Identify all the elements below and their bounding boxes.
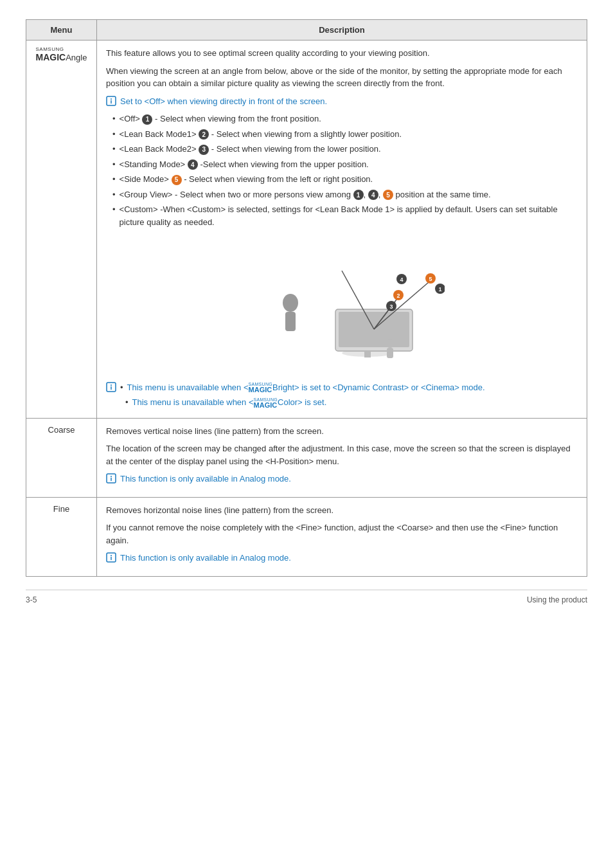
bullet-text: <Lean Back Mode2> 3 - Select when viewin… bbox=[120, 143, 381, 156]
monitor-diagram: 4 5 1 2 3 bbox=[106, 239, 578, 371]
svg-text:5: 5 bbox=[429, 276, 432, 282]
svg-rect-24 bbox=[387, 348, 393, 358]
angle-bullet-list: <Off> 1 - Select when viewing from the f… bbox=[106, 113, 578, 228]
bullet-text: <Side Mode> 5 - Select when viewing from… bbox=[120, 173, 373, 186]
unavail-text-1: This menu is unavailable when <SAMSUNGMA… bbox=[127, 381, 485, 394]
svg-text:4: 4 bbox=[400, 276, 403, 283]
circle-5: 5 bbox=[172, 175, 182, 185]
coarse-label: Coarse bbox=[48, 425, 75, 435]
samsung-magic-angle-label: SAMSUNG MAGIC bbox=[36, 47, 66, 62]
bullet-item: <Group View> - Select when two or more p… bbox=[106, 188, 578, 201]
table-row: Coarse Removes vertical noise lines (lin… bbox=[26, 418, 587, 497]
desc-cell-fine: Removes horizontal noise lines (line pat… bbox=[97, 497, 587, 576]
svg-rect-5 bbox=[339, 312, 409, 347]
fine-intro: Removes horizontal noise lines (line pat… bbox=[106, 504, 578, 517]
note-icon-1 bbox=[106, 96, 116, 106]
coarse-note-text: This function is only available in Analo… bbox=[120, 473, 291, 485]
note-icon-3 bbox=[106, 473, 116, 484]
svg-text:2: 2 bbox=[396, 293, 400, 299]
angle-detail: When viewing the screen at an angle from… bbox=[106, 65, 578, 90]
main-content-table: Menu Description SAMSUNG MAGIC Angle Thi… bbox=[26, 19, 587, 577]
circle-g4: 4 bbox=[368, 190, 378, 200]
menu-cell-angle: SAMSUNG MAGIC Angle bbox=[26, 41, 97, 419]
bullet-item: <Custom> -When <Custom> is selected, set… bbox=[106, 203, 578, 228]
bullet-item: <Lean Back Mode2> 3 - Select when viewin… bbox=[106, 143, 578, 156]
angle-note-text: Set to <Off> when viewing directly in fr… bbox=[120, 95, 327, 108]
coarse-detail: The location of the screen may be change… bbox=[106, 442, 578, 467]
angle-note-blue: Set to <Off> when viewing directly in fr… bbox=[106, 95, 578, 108]
column-header-desc: Description bbox=[97, 20, 587, 41]
table-row: SAMSUNG MAGIC Angle This feature allows … bbox=[26, 41, 587, 419]
coarse-note-blue: This function is only available in Analo… bbox=[106, 473, 578, 485]
fine-detail: If you cannot remove the noise completel… bbox=[106, 521, 578, 547]
samsung-inline-color: SAMSUNGMAGIC bbox=[254, 397, 278, 409]
bullet-text: <Group View> - Select when two or more p… bbox=[120, 188, 491, 201]
circle-3: 3 bbox=[199, 145, 209, 155]
bullet-item: <Off> 1 - Select when viewing from the f… bbox=[106, 113, 578, 125]
svg-point-23 bbox=[386, 339, 395, 348]
note-icon-4 bbox=[106, 552, 116, 563]
bullet-text: <Custom> -When <Custom> is selected, set… bbox=[120, 203, 578, 228]
angle-label: Angle bbox=[66, 53, 87, 62]
desc-cell-angle: This feature allows you to see optimal s… bbox=[97, 41, 587, 419]
bullet-item: <Standing Mode> 4 -Select when viewing f… bbox=[106, 158, 578, 171]
svg-text:3: 3 bbox=[389, 303, 393, 310]
fine-label: Fine bbox=[53, 504, 69, 514]
svg-rect-12 bbox=[285, 312, 296, 331]
svg-rect-6 bbox=[364, 351, 371, 357]
fine-note-blue: This function is only available in Analo… bbox=[106, 552, 578, 565]
svg-point-11 bbox=[283, 294, 298, 312]
bullet-text: <Off> 1 - Select when viewing from the f… bbox=[120, 113, 321, 125]
circle-g1: 1 bbox=[353, 190, 364, 200]
circle-1: 1 bbox=[142, 114, 152, 125]
circle-4: 4 bbox=[188, 159, 198, 170]
circle-2: 2 bbox=[199, 129, 209, 140]
menu-cell-coarse: Coarse bbox=[26, 418, 97, 497]
magic-brand-bottom: MAGIC bbox=[36, 53, 66, 62]
table-row: Fine Removes horizontal noise lines (lin… bbox=[26, 497, 587, 576]
menu-cell-fine: Fine bbox=[26, 497, 97, 576]
footer-page-number: 3-5 bbox=[26, 595, 37, 604]
note-icon-2 bbox=[106, 382, 116, 392]
unavail-text-2: This menu is unavailable when <SAMSUNGMA… bbox=[132, 396, 327, 409]
unavail-outer-1: • This menu is unavailable when <SAMSUNG… bbox=[106, 381, 578, 394]
unavail-inner-1: • This menu is unavailable when <SAMSUNG… bbox=[125, 396, 578, 409]
unavail-section: • This menu is unavailable when <SAMSUNG… bbox=[106, 381, 578, 409]
bullet-text: <Lean Back Mode1> 2 - Select when viewin… bbox=[120, 128, 402, 141]
bullet-item: <Lean Back Mode1> 2 - Select when viewin… bbox=[106, 128, 578, 141]
column-header-menu: Menu bbox=[26, 20, 97, 41]
svg-text:1: 1 bbox=[438, 286, 441, 293]
bullet-item: <Side Mode> 5 - Select when viewing from… bbox=[106, 173, 578, 186]
circle-g5: 5 bbox=[383, 190, 393, 200]
fine-note-text: This function is only available in Analo… bbox=[120, 552, 291, 565]
samsung-inline-bright: SAMSUNGMAGIC bbox=[249, 382, 273, 393]
monitor-svg: 4 5 1 2 3 bbox=[239, 239, 445, 367]
footer-section-title: Using the product bbox=[527, 595, 587, 604]
coarse-intro: Removes vertical noise lines (line patte… bbox=[106, 425, 578, 438]
angle-intro: This feature allows you to see optimal s… bbox=[106, 47, 578, 60]
page-footer: 3-5 Using the product bbox=[26, 590, 587, 604]
desc-cell-coarse: Removes vertical noise lines (line patte… bbox=[97, 418, 587, 497]
bullet-text: <Standing Mode> 4 -Select when viewing f… bbox=[120, 158, 369, 171]
